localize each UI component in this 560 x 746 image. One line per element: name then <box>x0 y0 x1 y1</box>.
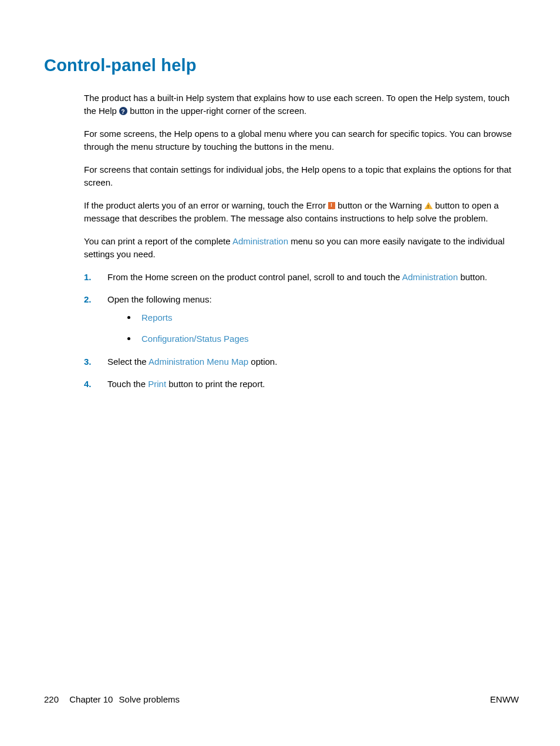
paragraph-4: If the product alerts you of an error or… <box>84 199 517 226</box>
help-icon <box>119 107 127 115</box>
chapter-label: Chapter 10 <box>69 694 113 704</box>
text: Touch the <box>107 379 148 389</box>
footer-left: 220 Chapter 10 Solve problems <box>44 693 180 707</box>
page-footer: 220 Chapter 10 Solve problems ENWW <box>44 693 519 707</box>
text: Select the <box>107 357 149 367</box>
page-number: 220 <box>44 694 59 704</box>
administration-menu-label: Administration <box>232 236 288 246</box>
paragraph-2: For some screens, the Help opens to a gl… <box>84 127 517 154</box>
text: button to print the report. <box>166 379 265 389</box>
warning-icon <box>424 202 433 209</box>
paragraph-5: You can print a report of the complete A… <box>84 235 517 261</box>
administration-button-label: Administration <box>402 272 458 282</box>
text: button in the upper-right corner of the … <box>130 106 306 116</box>
error-icon <box>328 202 335 209</box>
step-1: 1. From the Home screen on the product c… <box>84 271 517 284</box>
body-content: The product has a built-in Help system t… <box>84 92 517 391</box>
submenu-list: Reports Configuration/Status Pages <box>125 311 517 346</box>
config-status-pages-label: Configuration/Status Pages <box>141 334 249 344</box>
text: option. <box>248 357 277 367</box>
text: You can print a report of the complete <box>84 236 232 246</box>
admin-menu-map-label: Administration Menu Map <box>149 357 248 367</box>
step-4: 4. Touch the Print button to print the r… <box>84 378 517 391</box>
print-button-label: Print <box>148 379 166 389</box>
text: Open the following menus: <box>107 294 212 304</box>
submenu-item-config: Configuration/Status Pages <box>125 332 517 346</box>
step-3: 3. Select the Administration Menu Map op… <box>84 355 517 369</box>
text: button or the Warning <box>338 200 424 210</box>
step-number: 4. <box>84 378 92 391</box>
text: From the Home screen on the product cont… <box>107 272 402 282</box>
paragraph-3: For screens that contain settings for in… <box>84 163 517 190</box>
step-number: 1. <box>84 271 92 284</box>
document-page: Control-panel help The product has a bui… <box>0 0 560 746</box>
page-title: Control-panel help <box>44 53 519 79</box>
text: If the product alerts you of an error or… <box>84 200 328 210</box>
section-label: Solve problems <box>119 694 180 704</box>
reports-menu-label: Reports <box>141 312 173 322</box>
step-2: 2. Open the following menus: Reports Con… <box>84 293 517 346</box>
step-number: 3. <box>84 355 92 369</box>
paragraph-1: The product has a built-in Help system t… <box>84 92 517 118</box>
submenu-item-reports: Reports <box>125 311 517 325</box>
footer-right: ENWW <box>490 693 519 707</box>
step-number: 2. <box>84 293 92 307</box>
text: button. <box>458 272 487 282</box>
steps-list: 1. From the Home screen on the product c… <box>84 271 517 391</box>
